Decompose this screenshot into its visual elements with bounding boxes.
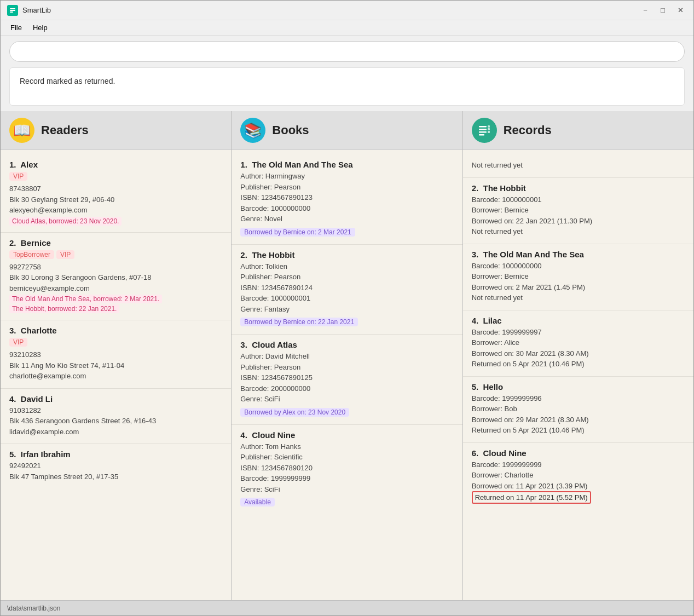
- books-list: 1. The Old Man And The Sea Author: Harmi…: [232, 150, 462, 600]
- list-item: 5. Irfan Ibrahim 92492021 Blk 47 Tampine…: [1, 444, 231, 488]
- record-borrowed-on: Borrowed on: 22 Jan 2021 (11.30 PM): [472, 216, 685, 227]
- book-isbn: ISBN: 1234567890125: [240, 372, 453, 383]
- book-title: 2. The Hobbit: [240, 250, 453, 260]
- reader-address: Blk 11 Ang Mo Kio Street 74, #11-04: [9, 360, 222, 371]
- records-column: Records Not returned yet 2. The Hobbit B…: [463, 111, 693, 600]
- window-controls: − □ ✕: [639, 4, 687, 17]
- book-status-badge: Borrowed by Alex on: 23 Nov 2020: [240, 408, 349, 417]
- list-item: Not returned yet: [463, 154, 693, 178]
- record-barcode: Barcode: 1000000001: [472, 194, 685, 205]
- list-item: 1. Alex VIP 87438807 Blk 30 Geylang Stre…: [1, 154, 231, 233]
- list-item: 1. The Old Man And The Sea Author: Harmi…: [232, 154, 462, 245]
- status-bar: \data\smartlib.json: [1, 600, 693, 615]
- reader-phone: 91031282: [9, 405, 222, 416]
- record-borrowed-on: Borrowed on: 29 Mar 2021 (8.30 AM): [472, 414, 685, 425]
- book-author: Author: Harmingway: [240, 171, 453, 182]
- book-genre: Genre: SciFi: [240, 394, 453, 405]
- record-borrower: Borrower: Alice: [472, 337, 685, 348]
- book-barcode: Barcode: 1000000001: [240, 293, 453, 304]
- book-isbn: ISBN: 1234567890120: [240, 463, 453, 474]
- svg-rect-4: [477, 123, 492, 138]
- menu-file[interactable]: File: [5, 22, 27, 33]
- book-genre: Genre: SciFi: [240, 484, 453, 495]
- title-bar: SmartLib − □ ✕: [1, 1, 693, 20]
- record-borrowed-on: Borrowed on: 11 Apr 2021 (3.39 PM): [472, 481, 685, 492]
- record-borrowed-on: Borrowed on: 2 Mar 2021 (1.45 PM): [472, 282, 685, 293]
- reader-name: 5. Irfan Ibrahim: [9, 450, 222, 459]
- reader-address: Blk 30 Lorong 3 Serangoon Gardens, #07-1…: [9, 272, 222, 283]
- reader-address: Blk 436 Serangoon Gardens Street 26, #16…: [9, 416, 222, 427]
- columns-container: 📖 Readers 1. Alex VIP 87438807 Blk 30 Ge…: [1, 111, 693, 600]
- records-column-header: Records: [463, 111, 693, 150]
- badge-vip: VIP: [9, 338, 27, 347]
- record-status: Not returned yet: [472, 226, 685, 237]
- book-barcode: Barcode: 1999999999: [240, 473, 453, 484]
- window-title: SmartLib: [22, 6, 639, 14]
- reader-email: lidavid@example.com: [9, 427, 222, 437]
- record-borrowed-on: Borrowed on: 30 Mar 2021 (8.30 AM): [472, 348, 685, 359]
- reader-email: alexyeoh@example.com: [9, 205, 222, 216]
- book-status-badge: Borrowed by Bernice on: 2 Mar 2021: [240, 228, 355, 237]
- svg-rect-2: [10, 10, 15, 11]
- record-barcode: Barcode: 1999999999: [472, 459, 685, 470]
- svg-rect-6: [479, 129, 487, 130]
- book-genre: Genre: Fantasy: [240, 304, 453, 315]
- record-title: 3. The Old Man And The Sea: [472, 250, 685, 259]
- record-barcode: Barcode: 1000000000: [472, 261, 685, 272]
- reader-name: 2. Bernice: [9, 238, 222, 247]
- record-status: Not returned yet: [472, 292, 685, 303]
- list-item: 6. Cloud Nine Barcode: 1999999999 Borrow…: [463, 443, 693, 511]
- readers-title: Readers: [41, 123, 89, 137]
- search-input[interactable]: [9, 41, 685, 62]
- borrow-note: Cloud Atlas, borrowed: 23 Nov 2020.: [9, 217, 122, 226]
- borrow-note: The Hobbit, borrowed: 22 Jan 2021.: [9, 304, 119, 313]
- menu-bar: File Help: [1, 20, 693, 36]
- readers-list: 1. Alex VIP 87438807 Blk 30 Geylang Stre…: [1, 150, 231, 600]
- book-author: Author: David Mitchell: [240, 351, 453, 362]
- maximize-button[interactable]: □: [656, 4, 669, 17]
- list-item: 2. The Hobbit Barcode: 1000000001 Borrow…: [463, 178, 693, 244]
- reader-phone: 92492021: [9, 460, 222, 471]
- record-borrower: Borrower: Bernice: [472, 205, 685, 216]
- record-barcode: Barcode: 1999999996: [472, 393, 685, 404]
- readers-icon: 📖: [9, 118, 34, 143]
- book-author: Author: Tolkien: [240, 261, 453, 272]
- books-column: 📚 Books 1. The Old Man And The Sea Autho…: [232, 111, 462, 600]
- list-item: 3. Cloud Atlas Author: David Mitchell Pu…: [232, 335, 462, 425]
- list-item: 4. Lilac Barcode: 1999999997 Borrower: A…: [463, 310, 693, 377]
- list-item: 3. The Old Man And The Sea Barcode: 1000…: [463, 244, 693, 310]
- book-isbn: ISBN: 1234567890123: [240, 192, 453, 203]
- app-icon: [7, 5, 18, 16]
- reader-name: 1. Alex: [9, 160, 222, 169]
- menu-help[interactable]: Help: [27, 22, 53, 33]
- book-status-badge: Borrowed by Bernice on: 22 Jan 2021: [240, 318, 358, 326]
- list-item: 4. Cloud Nine Author: Tom Hanks Publishe…: [232, 425, 462, 515]
- records-title: Records: [504, 123, 552, 137]
- books-column-header: 📚 Books: [232, 111, 462, 150]
- close-button[interactable]: ✕: [674, 4, 687, 17]
- reader-email: berniceyu@example.com: [9, 283, 222, 294]
- book-author: Author: Tom Hanks: [240, 441, 453, 452]
- reader-phone: 93210283: [9, 349, 222, 360]
- book-title: 3. Cloud Atlas: [240, 340, 453, 349]
- notification-bar: Record marked as returned.: [9, 67, 685, 106]
- list-item: 5. Hello Barcode: 1999999996 Borrower: B…: [463, 377, 693, 443]
- book-title: 4. Cloud Nine: [240, 430, 453, 440]
- main-window: SmartLib − □ ✕ File Help Record marked a…: [0, 0, 694, 616]
- list-item: 2. The Hobbit Author: Tolkien Publisher:…: [232, 245, 462, 335]
- record-title: 6. Cloud Nine: [472, 448, 685, 458]
- main-content: 📖 Readers 1. Alex VIP 87438807 Blk 30 Ge…: [1, 111, 693, 600]
- svg-rect-5: [479, 126, 487, 128]
- list-item: 2. Bernice TopBorrowerVIP 99272758 Blk 3…: [1, 233, 231, 321]
- book-status-badge: Available: [240, 498, 274, 506]
- book-genre: Genre: Novel: [240, 214, 453, 224]
- list-item: 3. Charlotte VIP 93210283 Blk 11 Ang Mo …: [1, 320, 231, 389]
- record-barcode: Barcode: 1999999997: [472, 327, 685, 338]
- svg-rect-1: [10, 8, 15, 9]
- reader-address: Blk 47 Tampines Street 20, #17-35: [9, 471, 222, 482]
- minimize-button[interactable]: −: [639, 4, 652, 17]
- record-title: 4. Lilac: [472, 316, 685, 325]
- record-title: 2. The Hobbit: [472, 183, 685, 193]
- record-returned: Returned on 11 Apr 2021 (5.52 PM): [472, 491, 685, 504]
- book-title: 1. The Old Man And The Sea: [240, 160, 453, 169]
